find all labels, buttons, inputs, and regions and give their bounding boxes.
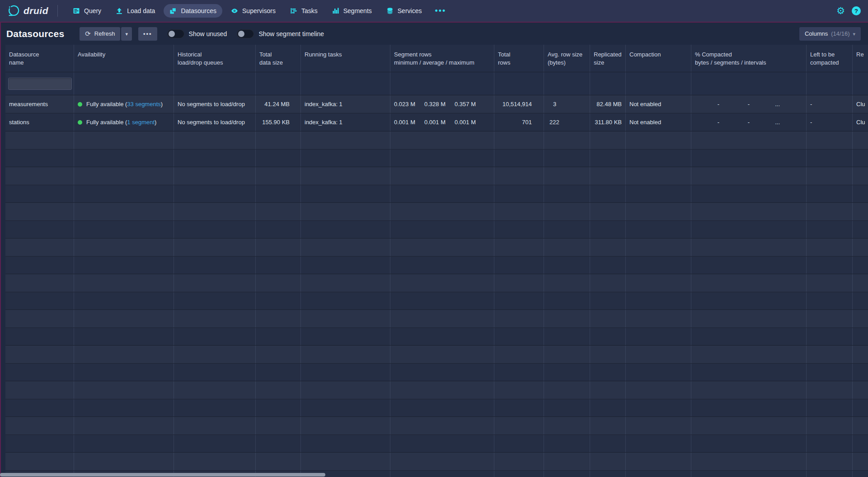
empty-cell [5,346,74,363]
datasources-icon [169,7,177,14]
empty-table-row [5,274,868,292]
nav-more-button[interactable]: ••• [430,5,450,16]
column-header-replicated-size[interactable]: Replicatedsize [590,45,626,72]
horizontal-scrollbar-thumb[interactable] [0,473,325,477]
empty-cell [544,292,590,310]
empty-cell [691,203,807,220]
empty-table-row [5,310,868,328]
tasks-icon [290,7,297,14]
empty-cell [807,167,853,185]
empty-cell [691,185,807,203]
nav-item-load-data[interactable]: Load data [110,4,161,18]
refresh-interval-dropdown[interactable]: ▾ [121,27,132,41]
column-header-segment-rows[interactable]: Segment rowsminimum / average / maximum [390,45,494,72]
empty-cell [853,328,868,346]
replicated-size: 82.48 MB [596,101,622,108]
empty-cell [544,274,590,292]
column-header-datasource-name[interactable]: Datasourcename [5,45,74,72]
availability-text: ) [161,101,163,108]
nav-item-query[interactable]: Query [67,4,107,18]
column-header-avg-row-size[interactable]: Avg. row size(bytes) [544,45,590,72]
empty-cell [494,185,544,203]
show-unused-toggle[interactable] [167,29,184,38]
empty-cell [256,292,301,310]
header-line: size [594,59,621,67]
empty-cell [301,453,390,470]
empty-cell [174,417,256,435]
nav-right: ⚙ ? [836,6,861,15]
header-line: Running tasks [305,51,342,59]
empty-cell [174,381,256,399]
column-header-availability[interactable]: Availability [74,45,174,72]
column-header-total-rows[interactable]: Totalrows [494,45,544,72]
empty-cell [5,417,74,435]
columns-dropdown-button[interactable]: Columns (14/16) ▾ [799,27,861,41]
column-header-total-data-size[interactable]: Totaldata size [256,45,301,72]
cell-total-rows: 701 [494,113,544,131]
compaction-status: Not enabled [629,101,661,108]
nav-item-datasources[interactable]: Datasources [164,4,222,18]
empty-table-row [5,399,868,417]
retention: Clu [856,119,865,126]
header-line: minimum / average / maximum [394,59,474,67]
empty-cell [390,150,494,167]
column-header-retention[interactable]: Re [853,45,868,72]
filter-cell [626,72,691,95]
column-header-percent-compacted[interactable]: % Compactedbytes / segments / intervals [691,45,807,72]
empty-cell [256,203,301,220]
empty-cell [390,346,494,363]
nav-item-tasks[interactable]: Tasks [284,4,324,18]
settings-gear-icon[interactable]: ⚙ [836,6,845,15]
empty-cell [626,310,691,327]
segments-link[interactable]: 33 segments [127,101,160,108]
empty-cell [590,238,626,256]
nav-item-segments[interactable]: Segments [326,4,378,18]
empty-cell [590,167,626,185]
datasource-name-filter-input[interactable] [8,78,72,90]
column-header-left-to-be-compacted[interactable]: Left to becompacted [807,45,853,72]
empty-cell [853,274,868,292]
column-header-historical-queues[interactable]: Historicalload/drop queues [174,45,256,72]
empty-cell [544,185,590,203]
druid-logo[interactable]: druid [7,5,50,17]
columns-label: Columns [805,30,828,37]
empty-cell [853,399,868,417]
empty-cell [5,435,74,453]
empty-cell [807,435,853,453]
help-icon[interactable]: ? [852,6,861,15]
empty-cell [301,150,390,167]
empty-cell [494,221,544,238]
cell-running-tasks: index_kafka: 1 [301,95,390,113]
empty-cell [544,167,590,185]
header-line: (bytes) [548,59,582,67]
empty-cell [691,453,807,470]
empty-cell [256,274,301,292]
refresh-label: Refresh [94,30,115,37]
empty-cell [691,167,807,185]
empty-cell [5,131,74,149]
refresh-button[interactable]: ⟳ Refresh [80,27,120,41]
empty-cell [544,238,590,256]
refresh-button-group: ⟳ Refresh ▾ [80,27,132,41]
empty-cell [544,221,590,238]
empty-table-row [5,167,868,185]
empty-table-row [5,203,868,221]
column-header-running-tasks[interactable]: Running tasks [301,45,390,72]
services-icon [386,7,394,14]
total-data-size: 41.24 MB [264,101,290,108]
segments-link[interactable]: 1 segment [127,119,155,126]
cell-total-data-size: 155.90 KB [256,113,301,131]
empty-cell [5,274,74,292]
empty-cell [301,310,390,327]
empty-cell [590,417,626,435]
empty-cell [256,185,301,203]
nav-item-services[interactable]: Services [380,4,428,18]
show-segment-timeline-toggle[interactable] [237,29,254,38]
empty-cell [5,310,74,327]
empty-cell [390,167,494,185]
empty-cell [807,453,853,470]
column-header-compaction[interactable]: Compaction [626,45,691,72]
nav-item-supervisors[interactable]: Supervisors [225,4,282,18]
header-line: rows [498,59,510,67]
more-actions-button[interactable]: ••• [138,27,157,41]
